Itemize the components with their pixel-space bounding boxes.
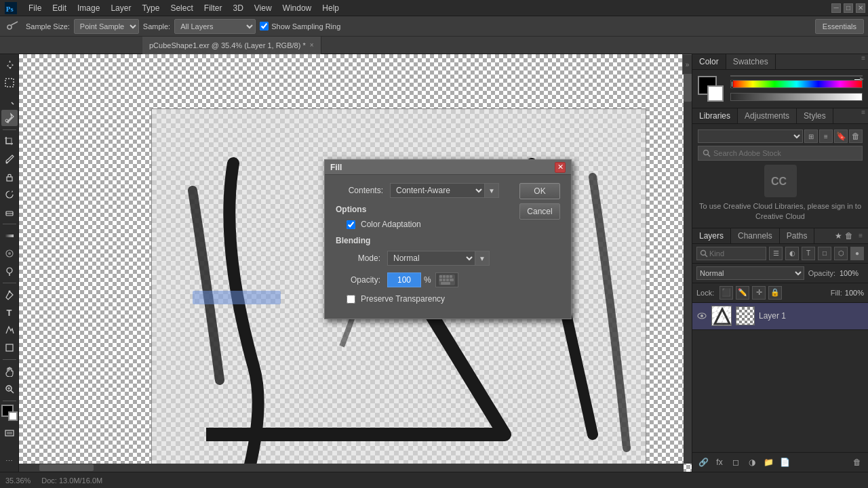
canvas-vertical-scrollbar[interactable] [684, 54, 692, 464]
mode-select-arrow[interactable]: ▼ [475, 251, 490, 266]
menu-image[interactable]: Image [72, 0, 105, 16]
contents-select-arrow[interactable]: ▼ [484, 183, 499, 198]
sample-select[interactable]: All Layers [174, 19, 256, 34]
link-layers-button[interactable]: 🔗 [696, 455, 710, 469]
pen-tool[interactable] [1, 287, 18, 303]
essentials-button[interactable]: Essentials [815, 19, 864, 34]
fill-cancel-button[interactable]: Cancel [519, 203, 560, 220]
selection-tool[interactable] [1, 75, 18, 91]
layer-filter-shape[interactable]: □ [818, 247, 831, 260]
blur-tool[interactable] [1, 245, 18, 262]
tab-layers[interactable]: Layers [692, 228, 731, 243]
menu-help[interactable]: Help [317, 0, 344, 16]
close-button[interactable]: ✕ [856, 3, 865, 13]
color-picker-gradient[interactable] [730, 75, 863, 77]
menu-view[interactable]: View [249, 0, 277, 16]
libraries-panel-menu[interactable]: ≡ [859, 108, 868, 123]
tab-adjustments[interactable]: Adjustments [738, 108, 797, 123]
tab-swatches[interactable]: Swatches [726, 54, 776, 69]
blend-mode-select[interactable]: Normal [696, 266, 804, 280]
eyedropper-tool[interactable] [1, 110, 18, 126]
lock-position-button[interactable]: ✏️ [736, 286, 749, 300]
layer-visibility-toggle[interactable] [696, 310, 707, 321]
new-layer-button[interactable]: 📄 [778, 455, 791, 469]
new-adjustment-button[interactable]: ◑ [745, 455, 759, 469]
menu-file[interactable]: File [23, 0, 47, 16]
shape-tool[interactable] [1, 340, 18, 356]
path-selection-tool[interactable] [1, 322, 18, 338]
lasso-tool[interactable] [1, 92, 18, 108]
menu-type[interactable]: Type [136, 0, 165, 16]
layers-kind-input[interactable] [709, 249, 763, 258]
add-mask-button[interactable]: ◻ [729, 455, 743, 469]
tab-color[interactable]: Color [692, 54, 726, 69]
layers-delete-icon[interactable]: 🗑 [845, 231, 853, 241]
menu-filter[interactable]: Filter [199, 0, 228, 16]
minimize-button[interactable]: ─ [831, 3, 841, 13]
mode-select[interactable]: Normal [387, 251, 475, 266]
new-group-button[interactable]: 📁 [762, 455, 775, 469]
show-sampling-ring-label[interactable]: Show Sampling Ring [260, 22, 340, 30]
lock-artboard-button[interactable]: ✛ [752, 286, 766, 300]
layers-panel-menu[interactable]: ≡ [856, 232, 865, 239]
tab-paths[interactable]: Paths [780, 228, 815, 243]
stamp-tool[interactable] [1, 169, 18, 185]
layer-filter-pixel[interactable]: ☰ [769, 247, 783, 260]
background-color[interactable] [707, 85, 724, 102]
gradient-tool[interactable] [1, 228, 18, 244]
more-tools[interactable]: ⋯ [1, 453, 18, 469]
tab-styles[interactable]: Styles [797, 108, 833, 123]
tab-close-button[interactable]: × [310, 41, 314, 49]
layer-filter-smart[interactable]: ⬡ [834, 247, 848, 260]
layer-filter-on[interactable]: ● [850, 247, 864, 260]
layers-search-bar[interactable] [696, 247, 766, 260]
sample-size-select[interactable]: Point Sample [74, 19, 139, 34]
menu-edit[interactable]: Edit [47, 0, 72, 16]
library-search-input[interactable] [713, 149, 858, 157]
library-grid-view[interactable]: ⊞ [804, 129, 818, 143]
lock-pixels-button[interactable]: ⬛ [719, 286, 733, 300]
library-delete-icon[interactable]: 🗑 [849, 129, 863, 143]
foreground-bg-color[interactable] [1, 405, 18, 421]
contents-select[interactable]: Content-Aware [390, 183, 485, 198]
layer-filter-type[interactable]: T [802, 247, 815, 260]
eraser-tool[interactable] [1, 204, 18, 220]
right-panel-collapse[interactable]: » [682, 54, 692, 75]
brush-tool[interactable] [1, 151, 18, 167]
alpha-slider[interactable] [730, 93, 863, 101]
document-tab[interactable]: pCubeShape1.exr @ 35.4% (Layer 1, RGB/8)… [142, 37, 321, 54]
move-tool[interactable] [1, 57, 18, 73]
restore-button[interactable]: □ [844, 3, 853, 13]
color-adaptation-label[interactable]: Color Adaptation [361, 220, 421, 229]
layers-fav-icon[interactable]: ★ [835, 231, 842, 241]
tab-libraries[interactable]: Libraries [692, 108, 738, 123]
dodge-tool[interactable] [1, 263, 18, 279]
library-list-view[interactable]: ≡ [819, 129, 833, 143]
canvas-horizontal-scrollbar[interactable] [19, 464, 684, 472]
show-sampling-ring-checkbox[interactable] [260, 22, 269, 30]
zoom-tool[interactable] [1, 381, 18, 397]
history-brush-tool[interactable] [1, 186, 18, 203]
layer-filter-adjust[interactable]: ◐ [785, 247, 799, 260]
color-expand-icon[interactable]: ▸ [860, 74, 864, 83]
menu-3d[interactable]: 3D [227, 0, 248, 16]
menu-layer[interactable]: Layer [105, 0, 136, 16]
menu-select[interactable]: Select [165, 0, 198, 16]
library-search-bar[interactable] [698, 146, 863, 161]
opacity-input[interactable]: 100 [387, 272, 421, 287]
add-effect-button[interactable]: fx [713, 455, 726, 469]
fill-dialog-titlebar[interactable]: Fill ✕ [325, 160, 571, 175]
fill-ok-button[interactable]: OK [519, 183, 560, 199]
libraries-select[interactable] [698, 129, 803, 143]
foreground-background-color[interactable] [698, 76, 724, 102]
color-adaptation-checkbox[interactable] [347, 220, 355, 229]
lock-all-button[interactable]: 🔒 [768, 286, 782, 300]
layer-item[interactable]: Layer 1 [692, 303, 868, 330]
library-bookmark-icon[interactable]: 🔖 [834, 129, 848, 143]
quick-mask-tool[interactable] [1, 425, 18, 441]
color-panel-menu[interactable]: ≡ [859, 54, 868, 69]
fill-dialog-close-button[interactable]: ✕ [555, 162, 566, 173]
menu-window[interactable]: Window [277, 0, 317, 16]
crop-tool[interactable] [1, 134, 18, 150]
delete-layer-button[interactable]: 🗑 [850, 455, 864, 469]
